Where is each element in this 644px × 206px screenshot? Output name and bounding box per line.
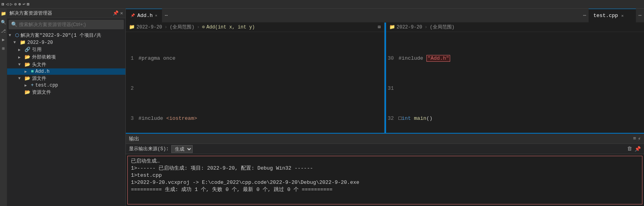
tree-arrow: ▶ [25,69,29,74]
tab-close-right[interactable]: ✕ [620,13,624,19]
line-code-30: #include "Add.h" [399,55,641,62]
tree-arrow: ▼ [18,76,23,81]
output-line-3: 1>test.cpp [131,172,639,179]
line-num-32: 32 [386,115,399,122]
breadcrumb-scope[interactable]: (全局范围) [170,24,194,30]
left-code-panel: 📁 2022-9-20 › (全局范围) › ⊙ Add(int x, int … [126,23,385,133]
tree-item-label: 外部依赖项 [32,54,56,60]
tree-item-addh[interactable]: ▶ ■ Add.h [7,68,125,75]
activity-icon-extensions[interactable]: ⊞ [0,45,7,51]
code-panels: 📁 2022-9-20 › (全局范围) › ⊙ Add(int x, int … [126,23,644,133]
toolbar-icon-1[interactable]: ⊞ [2,2,4,7]
left-code-content[interactable]: 1 #pragma once 2 3 #include <iostream> [126,32,384,133]
main-area: 📁 🔍 ⎇ ▶ ⊞ 解决方案资源管理器 📌 ✕ 🔍 ▼ ⬡ 解决方案"2022-… [0,9,644,206]
tree-item-sources[interactable]: ▼ 📂 源文件 [7,75,125,82]
tree-item-headers[interactable]: ▼ 📂 头文件 [7,61,125,68]
right-code-lines: 30 #include "Add.h" 31 32 □int main() [386,32,644,133]
output-line-1: 已启动生成… [131,158,639,165]
tree-item-solution[interactable]: ▼ ⬡ 解决方案"2022-9-20"(1 个项目/共 [7,32,125,39]
output-source-label: 显示输出来源(S): [129,146,169,152]
code-line-1: 1 #pragma once [126,55,381,62]
output-controls: 显示输出来源(S): 生成 🗑 📌 [126,144,644,154]
toolbar-icon-7[interactable]: ⊞ [27,2,30,7]
toolbar-icon-6[interactable]: ↩ [23,2,25,7]
toolbar-icon-2[interactable]: ◁ [6,2,9,7]
output-line-2: 1>------ 已启动生成: 项目: 2022-9-20, 配置: Debug… [131,165,639,172]
toolbar-icon-5[interactable]: ⊕ [19,2,21,7]
tabs-bar: 📌 Add.h ✕ ⋯ ⋯ test.cpp ✕ ⋯ [126,9,644,23]
right-breadcrumb: 📁 2022-9-20 › (全局范围) [386,23,644,32]
sidebar-search-icon: 🔍 [11,21,17,28]
toolbar-icon-3[interactable]: ▷ [10,2,13,7]
sidebar-pin-icon[interactable]: 📌 [113,10,119,16]
output-list-icon[interactable]: ≡ [633,136,636,142]
activity-icon-git[interactable]: ⎇ [0,28,7,34]
folder-icon: 📂 [25,89,30,95]
tab-modified-icon: ✕ [155,13,157,18]
sidebar-search-input[interactable] [19,22,121,27]
split-button[interactable]: ⊞ [378,24,381,30]
activity-icon-explorer[interactable]: 📁 [0,10,7,17]
right-breadcrumb-sep1: › [424,25,427,30]
tree-item-resources[interactable]: ▶ 📂 资源文件 [7,89,125,96]
output-title: 输出 [129,135,139,142]
tree-item-label: Add.h [35,69,49,74]
breadcrumb-date[interactable]: 📁 2022-9-20 [129,24,162,30]
output-pin-icon[interactable]: 📌 [635,146,641,152]
tab-label: Add.h [137,13,153,19]
output-content[interactable]: 已启动生成… 1>------ 已启动生成: 项目: 2022-9-20, 配置… [127,156,642,204]
activity-icon-debug[interactable]: ▶ [0,36,7,43]
sidebar: 解决方案资源管理器 📌 ✕ 🔍 ▼ ⬡ 解决方案"2022-9-20"(1 个项… [7,9,126,206]
sidebar-title: 解决方案资源管理器 [9,10,52,17]
code-area: 📌 Add.h ✕ ⋯ ⋯ test.cpp ✕ ⋯ [126,9,644,206]
folder-icon: 📂 [25,62,30,68]
tree-arrow: ▶ [25,83,29,88]
sidebar-close-icon[interactable]: ✕ [120,10,123,16]
right-breadcrumb-scope[interactable]: (全局范围) [430,24,455,30]
right-tabs-overflow-left[interactable]: ⋯ [581,12,589,19]
tab-addh[interactable]: 📌 Add.h ✕ [126,9,162,23]
tree-item-project[interactable]: ▼ 📁 2022-9-20 [7,39,125,46]
code-line-30: 30 #include "Add.h" [386,55,641,62]
tree-item-label: 头文件 [32,61,46,68]
activity-bar: 📁 🔍 ⎇ ▶ ⊞ [0,9,7,206]
tree-arrow: ▼ [9,33,13,38]
folder-icon: 📁 [129,24,135,30]
sidebar-search-bar[interactable]: 🔍 [9,20,124,29]
output-line-4: 1>2022-9-20.vcxproj -> E:\code_2022\cpp.… [131,179,639,186]
activity-icon-search[interactable]: 🔍 [0,19,7,25]
folder-icon-right: 📁 [389,24,395,30]
output-line-5: ========== 生成: 成功 1 个, 失败 0 个, 最新 0 个, 跳… [131,186,639,193]
top-toolbar: ⊞ ◁ ▷ ⊙ ⊕ ↩ ⊞ [0,0,644,9]
right-breadcrumb-date[interactable]: 📁 2022-9-20 [389,24,422,30]
code-line-3: 3 #include <iostream> [126,115,381,122]
ref-icon: 🔗 [25,47,30,53]
folder-icon: 📂 [25,76,30,81]
sidebar-tree: ▼ ⬡ 解决方案"2022-9-20"(1 个项目/共 ▼ 📁 2022-9-2… [7,31,125,206]
toolbar-icons: ⊞ ◁ ▷ ⊙ ⊕ ↩ ⊞ [2,2,29,7]
toolbar-icon-4[interactable]: ⊙ [14,2,17,7]
output-source-select[interactable]: 生成 [171,145,193,153]
output-clear-icon[interactable]: 🗑 [627,146,632,152]
left-tabs-overflow[interactable]: ⋯ [162,12,170,19]
output-lightning-icon[interactable]: ⚡ [638,136,641,142]
tree-arrow: ▶ [18,47,23,52]
tree-item-label: test.cpp [35,83,58,88]
tree-item-testcpp[interactable]: ▶ + test.cpp [7,82,125,89]
breadcrumb-scope-label: (全局范围) [170,24,194,30]
right-breadcrumb-scope-label: (全局范围) [430,24,455,30]
right-code-content[interactable]: 30 #include "Add.h" 31 32 □int main() [386,32,644,133]
tree-item-ref[interactable]: ▶ 🔗 引用 [7,46,125,53]
tree-arrow: ▼ [18,62,23,67]
tab-testcpp[interactable]: test.cpp ✕ [589,9,636,23]
right-tabs-overflow[interactable]: ⋯ [636,12,644,19]
line-num-30: 30 [386,55,399,62]
right-breadcrumb-date-label: 2022-9-20 [397,25,422,30]
breadcrumb-func-label: Add(int x, int y) [206,25,255,30]
tree-arrow: ▶ [18,55,23,60]
breadcrumb-sep2: › [197,25,199,30]
output-panel: 输出 ≡ ⚡ 显示输出来源(S): 生成 🗑 📌 已启动生成… 1>------… [126,133,644,206]
code-line-31: 31 [386,85,641,92]
breadcrumb-func[interactable]: ⊙ Add(int x, int y) [202,24,255,30]
tree-item-external[interactable]: ▶ 📂 外部依赖项 [7,53,125,61]
